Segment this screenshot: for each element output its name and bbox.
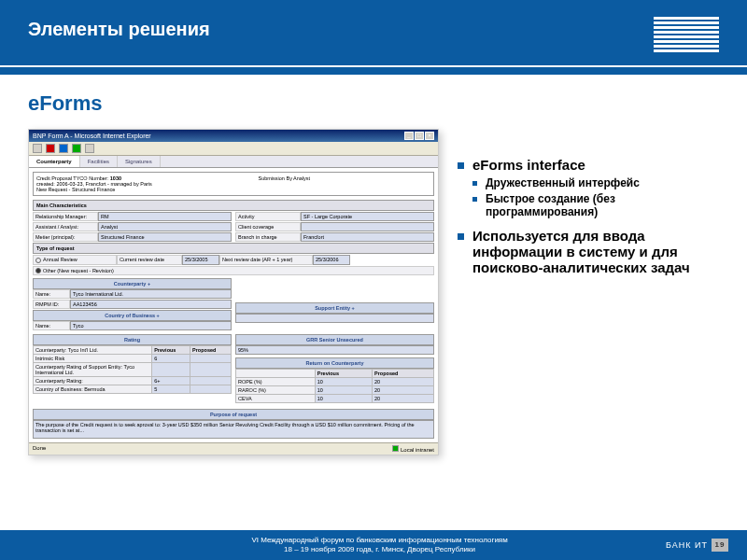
grr-header: GRR Senior Unsecured xyxy=(235,334,434,345)
intrinsic-value[interactable]: 6 xyxy=(152,355,190,363)
rating-section: Rating Counterparty: Tyco Int'l Ltd.Prev… xyxy=(33,334,434,406)
toolbar-icon[interactable] xyxy=(59,144,68,153)
raroc-prev[interactable]: 10 xyxy=(315,386,372,395)
toolbar-icon[interactable] xyxy=(33,144,42,153)
cc-label: Client coverage xyxy=(235,222,301,231)
cob2-value[interactable]: 5 xyxy=(152,385,190,394)
branch-label: Branch in charge xyxy=(235,232,301,242)
rope-prop[interactable]: 20 xyxy=(373,378,434,386)
purpose-text[interactable]: The purpose of the Credit request is to … xyxy=(33,420,434,439)
footer-text: VI Международный форум по банковским инф… xyxy=(93,536,666,555)
sub-bullet-item: Дружественный интерфейс xyxy=(472,176,719,189)
tab-counterparty[interactable]: Counterparty xyxy=(29,156,80,167)
ie-titlebar: BNP Form A - Microsoft Internet Explorer… xyxy=(29,130,438,142)
footer-brand-text: БАНК ИТ xyxy=(666,540,708,550)
cob-value[interactable]: Tyco xyxy=(70,321,232,330)
bullet-item: Используется для ввода информации в сист… xyxy=(458,228,719,275)
slide-title: Элементы решения xyxy=(28,19,719,40)
cp-support-label: Counterparty Rating of Support Entity: T… xyxy=(34,363,152,377)
cp-rating2-label: Counterparty Rating: xyxy=(34,377,152,385)
next-review-label: Next review date (AR + 1 year) xyxy=(219,255,313,265)
return-header: Return on Counterparty xyxy=(235,357,434,369)
previous-header: Previous xyxy=(152,346,190,355)
rope-prev[interactable]: 10 xyxy=(315,378,372,386)
minimize-button[interactable]: _ xyxy=(404,132,414,140)
bullet-item: eForms interface Дружественный интерфейс… xyxy=(458,157,719,218)
window-title: BNP Form A - Microsoft Internet Explorer xyxy=(33,133,151,139)
status-done: Done xyxy=(33,445,46,453)
rating-header: Rating xyxy=(33,334,232,345)
current-review-label: Current review date xyxy=(117,255,182,265)
sub-bullet-item: Быстрое создание (без программирования) xyxy=(472,192,719,218)
form-body: Credit Proposal TYCO Number: 1030 create… xyxy=(29,168,438,448)
form-tabs: Counterparty Facilities Signatures xyxy=(29,156,438,168)
type-request-header: Type of request xyxy=(33,243,434,254)
status-zone: Local intranet xyxy=(401,447,434,453)
metier-value[interactable]: Structured Finance xyxy=(98,232,232,242)
cob-name-label: Name: xyxy=(33,321,70,330)
left-column: eForms BNP Form A - Microsoft Internet E… xyxy=(28,91,439,455)
branch-value[interactable]: Francfort xyxy=(301,232,434,242)
name-label: Name: xyxy=(33,289,70,299)
rmpm-value[interactable]: AA123456 xyxy=(70,300,232,309)
raroc-label: RAROC (%) xyxy=(236,386,316,395)
annual-review-row: Annual Review Current review date 25/3/2… xyxy=(33,255,434,265)
cob2-label: Country of Business: Bermuda xyxy=(34,385,152,394)
radio-icon[interactable] xyxy=(35,258,41,263)
rm-label: Relationship Manager: xyxy=(33,212,98,221)
ceva-prev[interactable]: 10 xyxy=(315,395,372,403)
ceva-label: CEVA xyxy=(236,395,316,403)
bullet-list: eForms interface Дружественный интерфейс… xyxy=(458,157,719,275)
proposed-header: Proposed xyxy=(190,346,232,355)
proposed-header: Proposed xyxy=(373,370,434,378)
support-entity-value[interactable] xyxy=(235,314,434,323)
credit-newreq: New Request - Structured Finance xyxy=(36,187,247,192)
cc-value[interactable] xyxy=(301,222,434,231)
rope-label: ROPE (%) xyxy=(236,378,316,386)
ie-toolbar xyxy=(29,142,438,156)
eforms-screenshot: BNP Form A - Microsoft Internet Explorer… xyxy=(28,129,439,455)
cob-header[interactable]: Country of Business xyxy=(33,310,232,321)
zone-icon xyxy=(392,445,399,452)
page-number: 19 xyxy=(712,539,728,552)
rmpm-label: RMPM ID: xyxy=(33,300,70,309)
toolbar-icon[interactable] xyxy=(85,144,94,153)
slide-content: eForms BNP Form A - Microsoft Internet E… xyxy=(0,75,747,455)
raroc-prop[interactable]: 20 xyxy=(373,386,434,395)
purpose-header: Purpose of request xyxy=(33,409,434,420)
bullet-lead: eForms interface xyxy=(472,157,719,173)
footer-brand: БАНК ИТ 19 xyxy=(666,539,728,552)
section-title: eForms xyxy=(28,91,439,116)
counterparty-section: Counterparty Name:Tyco International Ltd… xyxy=(33,278,434,331)
other-request-label: Other (New request - Revision) xyxy=(43,268,114,273)
footer-line2: 18 – 19 ноября 2009 года, г. Минск, Двор… xyxy=(93,545,666,554)
slide-footer: VI Международный форум по банковским инф… xyxy=(0,530,747,560)
aa-value[interactable]: Analyst xyxy=(98,222,232,231)
grr-value[interactable]: 95% xyxy=(235,345,434,355)
tab-signatures[interactable]: Signatures xyxy=(118,156,161,167)
cp-rating-label: Counterparty: Tyco Int'l Ltd. xyxy=(34,346,152,355)
close-button[interactable]: × xyxy=(425,132,434,140)
main-characteristics: Relationship Manager:RM Assistant / Anal… xyxy=(33,212,434,243)
name-value[interactable]: Tyco International Ltd. xyxy=(70,289,232,299)
footer-line1: VI Международный форум по банковским инф… xyxy=(93,536,666,545)
cp-rating2-value[interactable]: 6+ xyxy=(152,377,190,385)
activity-label: Activity xyxy=(235,212,301,221)
current-review-value[interactable]: 25/3/2005 xyxy=(182,255,219,265)
maximize-button[interactable]: □ xyxy=(415,132,424,140)
support-entity-header[interactable]: Support Entity xyxy=(235,302,434,314)
toolbar-icon[interactable] xyxy=(72,144,81,153)
activity-value[interactable]: SF - Large Corporate xyxy=(301,212,434,221)
toolbar-icon[interactable] xyxy=(46,144,55,153)
radio-icon[interactable] xyxy=(35,268,41,273)
window-controls: _ □ × xyxy=(404,132,434,140)
slide-header: Элементы решения xyxy=(0,0,747,65)
main-characteristics-header: Main Characteristics xyxy=(33,200,434,211)
next-review-value[interactable]: 25/3/2006 xyxy=(313,255,350,265)
bullet-lead: Используется для ввода информации в сист… xyxy=(472,228,719,275)
counterparty-header[interactable]: Counterparty xyxy=(33,278,232,289)
ceva-prop[interactable]: 20 xyxy=(373,395,434,403)
previous-header: Previous xyxy=(315,370,372,378)
tab-facilities[interactable]: Facilities xyxy=(80,156,118,167)
rm-value[interactable]: RM xyxy=(98,212,232,221)
